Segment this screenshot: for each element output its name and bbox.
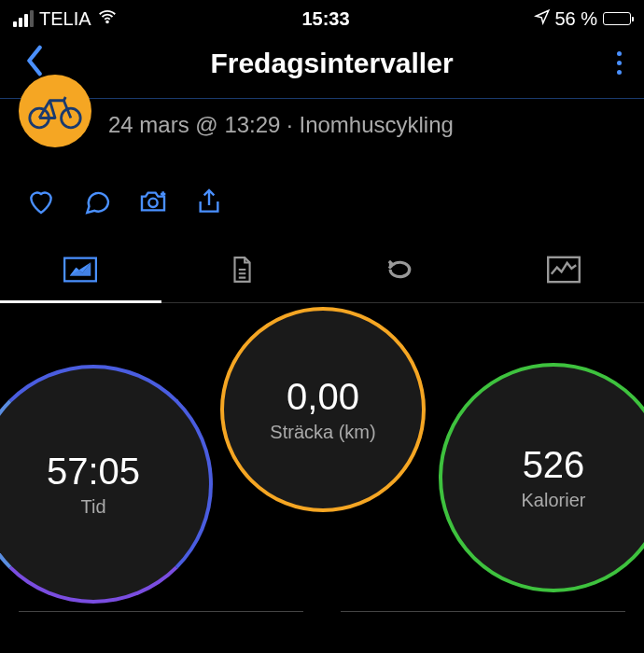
status-left: TELIA	[13, 7, 118, 32]
chart-icon	[547, 256, 581, 284]
loop-icon	[385, 256, 419, 284]
status-right: 56 %	[534, 8, 631, 30]
bicycle-icon	[27, 90, 83, 132]
metric-calories[interactable]: 526 Kalorier	[439, 363, 644, 592]
like-button[interactable]	[26, 187, 56, 216]
clock-label: 15:33	[301, 8, 349, 30]
wifi-icon	[97, 7, 118, 32]
carrier-label: TELIA	[39, 8, 91, 30]
battery-icon	[603, 12, 631, 25]
metric-calories-value: 526	[523, 444, 585, 486]
tab-overview[interactable]	[0, 246, 161, 302]
share-button[interactable]	[194, 187, 224, 216]
tab-stats[interactable]	[161, 246, 323, 302]
camera-plus-icon	[138, 187, 168, 216]
svg-point-0	[106, 21, 108, 22]
divider	[19, 611, 625, 613]
comment-button[interactable]	[82, 187, 112, 216]
battery-text: 56 %	[554, 8, 597, 30]
location-icon	[534, 8, 551, 30]
svg-point-3	[148, 199, 157, 207]
metric-calories-label: Kalorier	[522, 490, 586, 511]
metric-time-label: Tid	[80, 496, 105, 518]
action-bar	[0, 164, 644, 239]
page-title: Fredagsintervaller	[210, 48, 453, 79]
metric-distance[interactable]: 0,00 Sträcka (km)	[220, 307, 426, 512]
overview-icon	[63, 256, 97, 284]
header: Fredagsintervaller	[0, 34, 644, 99]
metric-distance-value: 0,00	[287, 376, 359, 418]
tab-laps[interactable]	[322, 246, 483, 302]
status-bar: TELIA 15:33 56 %	[0, 0, 644, 34]
activity-subtitle: 24 mars @ 13:29 · Inomhuscykling	[108, 112, 454, 138]
comment-icon	[82, 187, 112, 216]
activity-header: 24 mars @ 13:29 · Inomhuscykling	[0, 99, 644, 164]
metric-time-value: 57:05	[47, 451, 140, 493]
metrics-panel: 57:05 Tid 526 Kalorier 0,00 Sträcka (km)	[0, 307, 644, 624]
tab-indicator	[0, 300, 161, 303]
metric-time[interactable]: 57:05 Tid	[0, 365, 213, 604]
heart-icon	[26, 187, 56, 216]
activity-avatar[interactable]	[19, 75, 91, 147]
share-icon	[194, 187, 224, 216]
more-button[interactable]	[613, 48, 625, 78]
document-icon	[225, 256, 259, 284]
signal-icon	[13, 10, 34, 27]
tab-charts[interactable]	[483, 246, 645, 302]
photo-button[interactable]	[138, 187, 168, 216]
metric-distance-label: Sträcka (km)	[270, 422, 375, 443]
tab-bar	[0, 239, 644, 303]
